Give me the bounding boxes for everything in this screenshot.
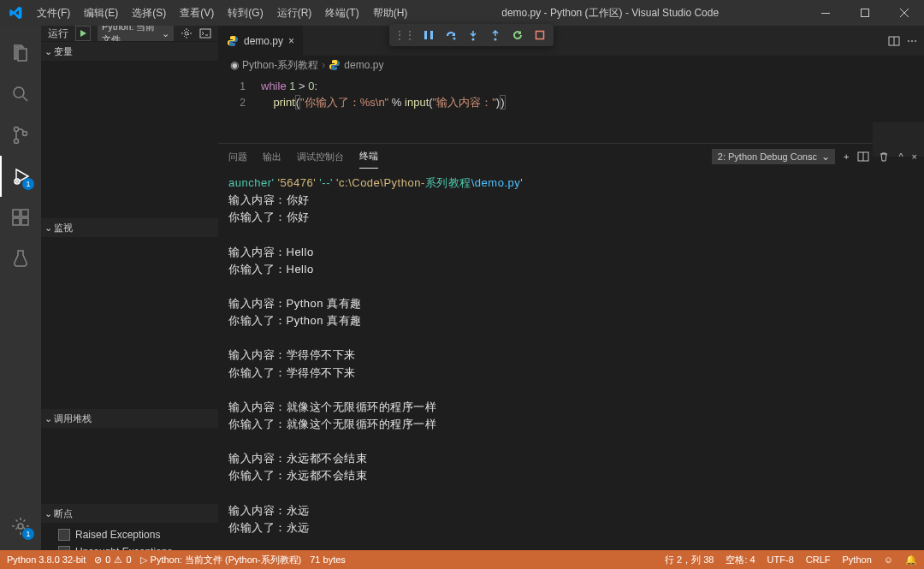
close-button[interactable] bbox=[885, 0, 924, 26]
file-size[interactable]: 71 bytes bbox=[310, 554, 346, 565]
cursor-position[interactable]: 行 2，列 38 bbox=[665, 554, 714, 566]
checkbox[interactable] bbox=[58, 529, 70, 541]
svg-rect-0 bbox=[821, 13, 830, 14]
tab-close-icon[interactable]: × bbox=[288, 35, 294, 47]
feedback-icon[interactable]: ☺ bbox=[884, 554, 893, 566]
panel-tab[interactable]: 终端 bbox=[359, 145, 378, 169]
split-terminal-icon[interactable] bbox=[857, 151, 869, 163]
terminal[interactable]: auncher' '56476' '--' 'c:\Code\Python-系列… bbox=[218, 169, 924, 550]
menu-bar: 文件(F)编辑(E)选择(S)查看(V)转到(G)运行(R)终端(T)帮助(H) bbox=[30, 0, 414, 26]
maximize-button[interactable] bbox=[845, 0, 885, 26]
drag-handle-icon[interactable]: ⋮⋮ bbox=[393, 29, 417, 41]
svg-rect-16 bbox=[21, 210, 28, 216]
menu-item[interactable]: 转到(G) bbox=[221, 0, 270, 26]
code-editor[interactable]: 1while 1 > 0: 2 print("你输入了：%s\n" % inpu… bbox=[218, 74, 924, 143]
python-version[interactable]: Python 3.8.0 32-bit bbox=[7, 554, 86, 565]
svg-point-8 bbox=[14, 87, 24, 98]
watch-section[interactable]: ⌄监视 bbox=[41, 218, 218, 237]
debug-console-icon[interactable] bbox=[199, 27, 211, 39]
split-editor-icon[interactable] bbox=[888, 35, 900, 47]
breakpoint-label: Raised Exceptions bbox=[75, 529, 160, 541]
terminal-select[interactable]: 2: Python Debug Consc bbox=[712, 149, 835, 164]
svg-point-5 bbox=[472, 39, 475, 41]
source-control-icon[interactable] bbox=[0, 115, 41, 156]
menu-item[interactable]: 文件(F) bbox=[30, 0, 77, 26]
start-debug-button[interactable] bbox=[75, 26, 91, 41]
more-icon[interactable]: ⋯ bbox=[907, 35, 917, 47]
notifications-icon[interactable]: 🔔 bbox=[905, 554, 917, 566]
maximize-panel-icon[interactable]: ^ bbox=[898, 151, 903, 162]
indentation[interactable]: 空格: 4 bbox=[726, 554, 755, 566]
chevron-down-icon: ⌄ bbox=[44, 413, 52, 424]
stop-button[interactable] bbox=[530, 25, 550, 45]
editor-tabs: demo.py × ⋯ bbox=[218, 26, 924, 56]
explorer-icon[interactable] bbox=[0, 33, 41, 74]
chevron-right-icon: › bbox=[322, 59, 325, 71]
settings-gear-icon[interactable]: 1 bbox=[0, 506, 41, 547]
window-title: demo.py - Python (工作区) - Visual Studio C… bbox=[414, 6, 806, 21]
svg-point-6 bbox=[495, 39, 497, 41]
menu-item[interactable]: 选择(S) bbox=[125, 0, 173, 26]
kill-terminal-icon[interactable] bbox=[878, 151, 890, 163]
breakpoint-row[interactable]: Raised Exceptions bbox=[41, 526, 218, 543]
breakpoint-row[interactable]: ✓Uncaught Exceptions bbox=[41, 543, 218, 550]
debug-config[interactable]: ▷ Python: 当前文件 (Python-系列教程) bbox=[140, 554, 302, 566]
menu-item[interactable]: 查看(V) bbox=[173, 0, 221, 26]
svg-rect-14 bbox=[13, 218, 20, 225]
record-icon: ◉ bbox=[230, 59, 239, 71]
variables-section[interactable]: ⌄变量 bbox=[41, 42, 218, 61]
config-select[interactable]: Python: 当前文件⌄ bbox=[98, 26, 174, 41]
encoding[interactable]: UTF-8 bbox=[767, 554, 794, 566]
chevron-down-icon: ⌄ bbox=[44, 46, 52, 57]
badge: 1 bbox=[22, 528, 34, 540]
panel-tab[interactable]: 调试控制台 bbox=[297, 145, 344, 169]
menu-item[interactable]: 编辑(E) bbox=[77, 0, 125, 26]
minimize-button[interactable] bbox=[806, 0, 845, 26]
test-icon[interactable] bbox=[0, 238, 41, 279]
svg-point-11 bbox=[23, 132, 27, 136]
restart-button[interactable] bbox=[507, 25, 528, 45]
step-into-button[interactable] bbox=[463, 25, 483, 45]
step-over-button[interactable] bbox=[441, 25, 461, 45]
run-label: 运行 bbox=[48, 27, 68, 41]
panel-tabs: 问题输出调试控制台终端 2: Python Debug Consc + ^ × bbox=[218, 144, 924, 169]
activity-bar: 1 1 bbox=[0, 26, 41, 550]
svg-rect-3 bbox=[430, 31, 433, 39]
debug-sidebar: 运行 Python: 当前文件⌄ ⌄变量 ⌄监视 ⌄调用堆栈 ⌄断点Raised… bbox=[41, 26, 218, 550]
eol[interactable]: CRLF bbox=[806, 554, 831, 566]
breadcrumb[interactable]: ◉ Python-系列教程 › demo.py bbox=[218, 56, 924, 74]
menu-item[interactable]: 帮助(H) bbox=[366, 0, 415, 26]
svg-rect-2 bbox=[424, 31, 427, 39]
debug-toolbar[interactable]: ⋮⋮ bbox=[389, 24, 554, 46]
svg-point-4 bbox=[453, 38, 456, 40]
close-panel-icon[interactable]: × bbox=[912, 151, 917, 162]
callstack-section[interactable]: ⌄调用堆栈 bbox=[41, 409, 218, 428]
extensions-icon[interactable] bbox=[0, 197, 41, 238]
status-bar: Python 3.8.0 32-bit ⊘ 0 ⚠ 0 ▷ Python: 当前… bbox=[0, 550, 924, 569]
chevron-down-icon: ⌄ bbox=[44, 222, 52, 234]
panel-tab[interactable]: 问题 bbox=[228, 145, 247, 169]
breakpoints-section[interactable]: ⌄断点 bbox=[41, 504, 218, 523]
gear-icon[interactable] bbox=[181, 27, 192, 39]
pause-button[interactable] bbox=[418, 25, 439, 45]
menu-item[interactable]: 运行(R) bbox=[270, 0, 319, 26]
python-file-icon bbox=[227, 35, 239, 47]
svg-rect-19 bbox=[200, 29, 210, 38]
svg-point-17 bbox=[18, 524, 23, 529]
problems[interactable]: ⊘ 0 ⚠ 0 bbox=[94, 554, 131, 566]
chevron-down-icon: ⌄ bbox=[44, 508, 52, 519]
svg-rect-7 bbox=[536, 32, 544, 39]
vscode-logo bbox=[0, 0, 30, 26]
panel: 问题输出调试控制台终端 2: Python Debug Consc + ^ × … bbox=[218, 143, 924, 550]
step-out-button[interactable] bbox=[485, 25, 506, 45]
run-debug-icon[interactable]: 1 bbox=[0, 156, 41, 197]
svg-rect-13 bbox=[13, 210, 20, 216]
search-icon[interactable] bbox=[0, 74, 41, 115]
new-terminal-icon[interactable]: + bbox=[844, 151, 849, 162]
menu-item[interactable]: 终端(T) bbox=[318, 0, 365, 26]
svg-point-10 bbox=[15, 139, 19, 144]
panel-tab[interactable]: 输出 bbox=[263, 145, 281, 169]
svg-point-9 bbox=[15, 127, 19, 132]
editor-tab[interactable]: demo.py × bbox=[218, 26, 303, 56]
language-mode[interactable]: Python bbox=[843, 554, 872, 566]
